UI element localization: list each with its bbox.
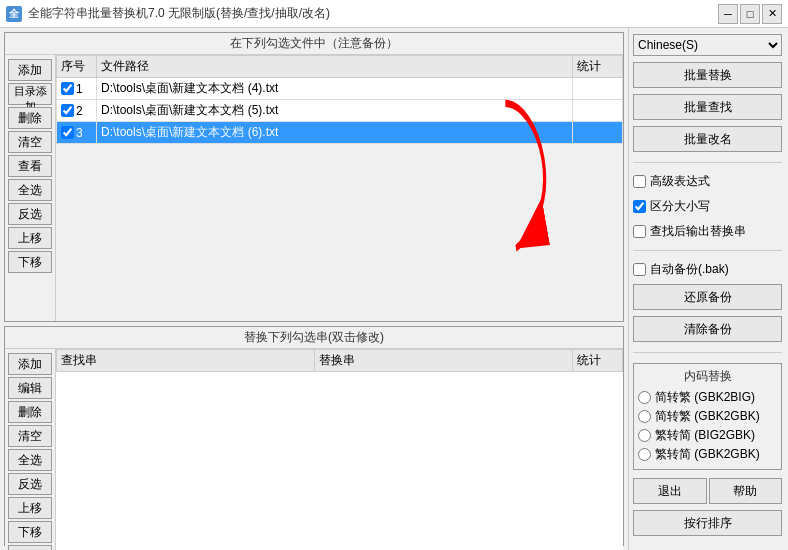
replace-table: 查找串 替换串 统计 (56, 349, 623, 372)
file-view-button[interactable]: 查看 (8, 155, 52, 177)
file-table: 序号 文件路径 统计 1 D:\tools\桌面\新建文本文档 (4).txt (56, 55, 623, 144)
left-panel: 在下列勾选文件中（注意备份） 添加 目录添加 删除 清空 查看 全选 反选 上移… (0, 28, 628, 550)
col-find: 查找串 (57, 350, 315, 372)
file-table-row[interactable]: 3 D:\tools\桌面\新建文本文档 (6).txt (57, 122, 623, 144)
file-section-title: 在下列勾选文件中（注意备份） (5, 33, 623, 55)
col-count2: 统计 (573, 350, 623, 372)
replace-import-button[interactable]: 导入 (8, 545, 52, 550)
window-controls: ─ □ ✕ (718, 4, 782, 24)
right-panel: Chinese(S) English Chinese(T) 批量替换 批量查找 … (628, 28, 788, 550)
file-row-checkbox[interactable] (61, 126, 74, 139)
file-move-up-button[interactable]: 上移 (8, 227, 52, 249)
advanced-regex-label: 高级表达式 (650, 173, 710, 190)
language-select[interactable]: Chinese(S) English Chinese(T) (633, 34, 782, 56)
code-option-2: 繁转简 (BIG2GBK) (638, 427, 777, 444)
file-row-id: 3 (57, 122, 97, 144)
file-row-number: 3 (76, 126, 83, 140)
case-sensitive-checkbox[interactable] (633, 200, 646, 213)
case-sensitive-label: 区分大小写 (650, 198, 710, 215)
replace-delete-button[interactable]: 删除 (8, 401, 52, 423)
code-label-0: 简转繁 (GBK2BIG) (655, 389, 755, 406)
col-replace: 替换串 (315, 350, 573, 372)
replace-left-buttons: 添加 编辑 删除 清空 全选 反选 上移 下移 导入 导出 (5, 349, 56, 550)
code-option-1: 简转繁 (GBK2GBK) (638, 408, 777, 425)
file-row-path: D:\tools\桌面\新建文本文档 (6).txt (97, 122, 573, 144)
internal-code-section: 内码替换 简转繁 (GBK2BIG) 简转繁 (GBK2GBK) 繁转简 (BI… (633, 363, 782, 470)
file-row-checkbox[interactable] (61, 82, 74, 95)
replace-move-up-button[interactable]: 上移 (8, 497, 52, 519)
file-table-row[interactable]: 2 D:\tools\桌面\新建文本文档 (5).txt (57, 100, 623, 122)
file-clear-button[interactable]: 清空 (8, 131, 52, 153)
file-delete-button[interactable]: 删除 (8, 107, 52, 129)
replace-edit-button[interactable]: 编辑 (8, 377, 52, 399)
file-row-checkbox[interactable] (61, 104, 74, 117)
replace-section-title: 替换下列勾选串(双击修改) (5, 327, 623, 349)
file-dir-add-button[interactable]: 目录添加 (8, 83, 52, 105)
file-row-path: D:\tools\桌面\新建文本文档 (4).txt (97, 78, 573, 100)
auto-backup-label: 自动备份(.bak) (650, 261, 729, 278)
file-row-number: 2 (76, 104, 83, 118)
output-after-find-label: 查找后输出替换串 (650, 223, 746, 240)
file-row-path: D:\tools\桌面\新建文本文档 (5).txt (97, 100, 573, 122)
code-label-1: 简转繁 (GBK2GBK) (655, 408, 760, 425)
file-content: 添加 目录添加 删除 清空 查看 全选 反选 上移 下移 序号 (5, 55, 623, 321)
replace-move-down-button[interactable]: 下移 (8, 521, 52, 543)
app-title: 全能字符串批量替换机7.0 无限制版(替换/查找/抽取/改名) (28, 5, 330, 22)
file-table-row[interactable]: 1 D:\tools\桌面\新建文本文档 (4).txt (57, 78, 623, 100)
replace-invert-button[interactable]: 反选 (8, 473, 52, 495)
close-button[interactable]: ✕ (762, 4, 782, 24)
file-left-buttons: 添加 目录添加 删除 清空 查看 全选 反选 上移 下移 (5, 55, 56, 321)
code-radio-0[interactable] (638, 391, 651, 404)
title-bar: 全 全能字符串批量替换机7.0 无限制版(替换/查找/抽取/改名) ─ □ ✕ (0, 0, 788, 28)
code-radio-2[interactable] (638, 429, 651, 442)
clear-backup-button[interactable]: 清除备份 (633, 316, 782, 342)
file-row-count (573, 78, 623, 100)
exit-button[interactable]: 退出 (633, 478, 707, 504)
batch-replace-button[interactable]: 批量替换 (633, 62, 782, 88)
internal-code-title: 内码替换 (638, 368, 777, 385)
minimize-button[interactable]: ─ (718, 4, 738, 24)
code-option-3: 繁转简 (GBK2GBK) (638, 446, 777, 463)
file-row-id: 1 (57, 78, 97, 100)
output-after-find-checkbox[interactable] (633, 225, 646, 238)
file-row-count (573, 100, 623, 122)
col-path: 文件路径 (97, 56, 573, 78)
file-move-down-button[interactable]: 下移 (8, 251, 52, 273)
auto-backup-option: 自动备份(.bak) (633, 261, 782, 278)
code-label-3: 繁转简 (GBK2GBK) (655, 446, 760, 463)
auto-backup-checkbox[interactable] (633, 263, 646, 276)
replace-section: 替换下列勾选串(双击修改) 添加 编辑 删除 清空 全选 反选 上移 下移 导入… (4, 326, 624, 546)
file-table-wrapper: 序号 文件路径 统计 1 D:\tools\桌面\新建文本文档 (4).txt (56, 55, 623, 321)
col-count: 统计 (573, 56, 623, 78)
code-radio-3[interactable] (638, 448, 651, 461)
app-icon: 全 (6, 6, 22, 22)
advanced-regex-checkbox[interactable] (633, 175, 646, 188)
replace-clear-button[interactable]: 清空 (8, 425, 52, 447)
replace-table-area: 查找串 替换串 统计 (56, 349, 623, 550)
file-row-number: 1 (76, 82, 83, 96)
help-button[interactable]: 帮助 (709, 478, 783, 504)
restore-backup-button[interactable]: 还原备份 (633, 284, 782, 310)
file-invert-button[interactable]: 反选 (8, 203, 52, 225)
output-after-find-option: 查找后输出替换串 (633, 223, 782, 240)
batch-rename-button[interactable]: 批量改名 (633, 126, 782, 152)
language-row: Chinese(S) English Chinese(T) (633, 34, 782, 56)
file-row-count (573, 122, 623, 144)
advanced-regex-option: 高级表达式 (633, 173, 782, 190)
replace-add-button[interactable]: 添加 (8, 353, 52, 375)
case-sensitive-option: 区分大小写 (633, 198, 782, 215)
file-select-all-button[interactable]: 全选 (8, 179, 52, 201)
file-add-button[interactable]: 添加 (8, 59, 52, 81)
replace-select-all-button[interactable]: 全选 (8, 449, 52, 471)
batch-find-button[interactable]: 批量查找 (633, 94, 782, 120)
code-label-2: 繁转简 (BIG2GBK) (655, 427, 755, 444)
replace-content: 添加 编辑 删除 清空 全选 反选 上移 下移 导入 导出 (5, 349, 623, 550)
file-section: 在下列勾选文件中（注意备份） 添加 目录添加 删除 清空 查看 全选 反选 上移… (4, 32, 624, 322)
col-seq: 序号 (57, 56, 97, 78)
code-option-0: 简转繁 (GBK2BIG) (638, 389, 777, 406)
maximize-button[interactable]: □ (740, 4, 760, 24)
file-row-id: 2 (57, 100, 97, 122)
code-radio-1[interactable] (638, 410, 651, 423)
batch-sort-button[interactable]: 按行排序 (633, 510, 782, 536)
